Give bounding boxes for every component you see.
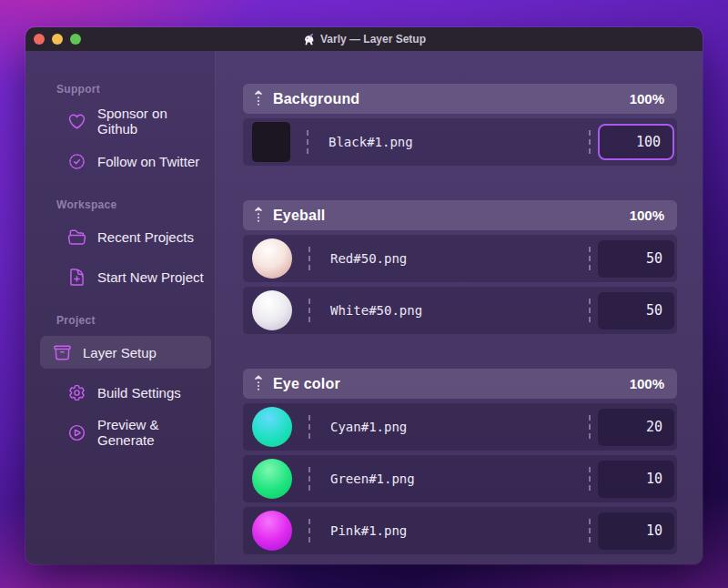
sidebar-item-follow-on-twitter[interactable]: Follow on Twitter	[40, 145, 211, 177]
group-header[interactable]: Eye color 100%	[243, 369, 677, 399]
group-weight: 100%	[630, 208, 664, 223]
group-weight: 100%	[630, 91, 664, 106]
layer-filename: Black#1.png	[329, 135, 413, 149]
divider	[589, 299, 591, 322]
window-title-text: Varly — Layer Setup	[320, 33, 426, 46]
sidebar-item-label: Preview & Generate	[97, 417, 211, 448]
sidebar-item-label: Recent Projects	[97, 229, 194, 245]
layer-filename: White#50.png	[330, 303, 422, 318]
divider	[308, 519, 310, 542]
layer-value-input[interactable]	[598, 240, 674, 278]
drag-handle-icon[interactable]	[254, 375, 263, 393]
layer-value-input[interactable]	[598, 512, 674, 550]
divider	[308, 467, 310, 491]
layer-row-pink: Pink#1.png	[243, 507, 677, 554]
titlebar[interactable]: Varly — Layer Setup	[25, 27, 703, 51]
layer-thumbnail-pink	[252, 511, 292, 551]
layer-thumbnail-white	[252, 290, 292, 330]
layer-filename: Green#1.png	[330, 471, 415, 486]
group-header[interactable]: Eyeball 100%	[243, 200, 677, 230]
layer-value-input[interactable]	[598, 124, 674, 160]
layer-value-input[interactable]	[598, 292, 674, 329]
layer-group-eye-color: Eye color 100% Cyan#1.png Green#1.png	[243, 369, 677, 554]
layer-row-red: Red#50.png	[243, 235, 677, 282]
group-title: Eyeball	[273, 208, 325, 224]
app-window: Varly — Layer Setup Support Sponsor on G…	[25, 27, 703, 564]
layer-thumbnail-green	[252, 459, 292, 499]
sidebar-item-label: Sponsor on Github	[97, 106, 211, 137]
sidebar-item-layer-setup[interactable]: Layer Setup	[40, 336, 211, 369]
divider	[589, 467, 591, 491]
sidebar-item-recent-projects[interactable]: Recent Projects	[40, 220, 211, 253]
sidebar-item-build-settings[interactable]: Build Settings	[40, 376, 211, 409]
layer-thumbnail-red	[252, 238, 292, 279]
folder-open-icon	[67, 228, 86, 247]
group-title: Eye color	[273, 376, 340, 392]
group-weight: 100%	[630, 376, 664, 391]
sidebar-section-workspace: Workspace Recent Projects Start New Proj…	[25, 198, 215, 293]
divider	[308, 247, 310, 270]
sidebar-item-label: Layer Setup	[83, 345, 157, 360]
sidebar-item-sponsor-on-github[interactable]: Sponsor on Github	[40, 105, 211, 137]
section-label: Workspace	[25, 198, 215, 212]
drag-handle-icon[interactable]	[254, 207, 263, 225]
archive-box-icon	[53, 343, 72, 362]
unicorn-icon	[302, 33, 316, 46]
play-circle-icon	[67, 423, 86, 442]
layer-thumbnail-black	[252, 122, 290, 162]
divider	[589, 247, 591, 270]
layer-filename: Pink#1.png	[330, 523, 407, 538]
divider	[589, 130, 591, 154]
sidebar-item-label: Follow on Twitter	[97, 154, 199, 169]
layer-filename: Red#50.png	[330, 251, 407, 266]
layer-group-eyeball: Eyeball 100% Red#50.png White#50.png	[243, 200, 677, 334]
section-label: Project	[25, 313, 215, 328]
desktop: { "window": { "title": "Varly — Layer Se…	[0, 0, 728, 588]
sidebar-item-label: Start New Project	[97, 269, 204, 285]
layer-thumbnail-cyan	[252, 407, 292, 447]
divider	[307, 130, 308, 154]
sidebar: Support Sponsor on Github Follow on Twit…	[25, 51, 216, 564]
heart-icon	[67, 112, 86, 131]
group-header[interactable]: Background 100%	[243, 84, 677, 114]
sidebar-item-start-new-project[interactable]: Start New Project	[40, 260, 211, 293]
layer-row-black: Black#1.png	[243, 118, 677, 166]
document-plus-icon	[67, 268, 86, 287]
sidebar-section-support: Support Sponsor on Github Follow on Twit…	[25, 82, 215, 177]
sidebar-item-label: Build Settings	[97, 385, 181, 400]
layer-setup-panel: Background 100% Black#1.png	[216, 51, 703, 564]
layer-value-input[interactable]	[598, 409, 674, 446]
layer-row-white: White#50.png	[243, 287, 677, 334]
layer-row-cyan: Cyan#1.png	[243, 403, 677, 451]
layer-value-input[interactable]	[598, 461, 674, 498]
divider	[589, 415, 591, 439]
sidebar-item-preview-generate[interactable]: Preview & Generate	[40, 416, 211, 449]
check-badge-icon	[67, 152, 86, 171]
section-label: Support	[25, 82, 215, 96]
layer-row-green: Green#1.png	[243, 455, 677, 502]
sidebar-section-project: Project Layer Setup Build Settings Previ…	[25, 313, 215, 449]
group-title: Background	[273, 91, 359, 107]
layer-group-background: Background 100% Black#1.png	[243, 84, 677, 166]
layer-filename: Cyan#1.png	[330, 420, 407, 434]
window-body: Support Sponsor on Github Follow on Twit…	[25, 51, 703, 564]
divider	[308, 415, 310, 439]
drag-handle-icon[interactable]	[254, 90, 263, 108]
window-title: Varly — Layer Setup	[25, 33, 703, 46]
divider	[589, 519, 591, 542]
divider	[308, 299, 310, 322]
gear-icon	[67, 383, 86, 402]
